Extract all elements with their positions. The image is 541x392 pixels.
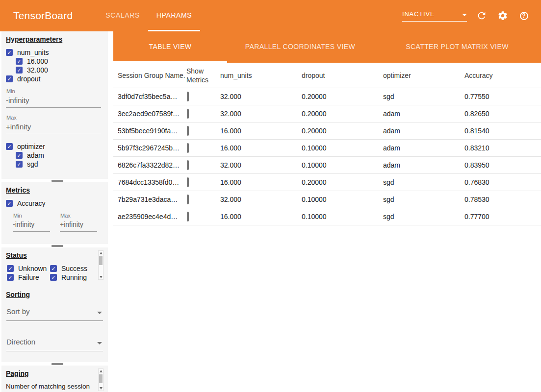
scroll-up-icon[interactable] — [99, 251, 103, 255]
pane-resize-handle[interactable] — [52, 180, 63, 182]
scroll-down-icon[interactable] — [99, 386, 103, 391]
checkbox-label: Accuracy — [17, 199, 46, 207]
reload-interval-select[interactable]: INACTIVE — [402, 10, 467, 22]
metric-min-input[interactable] — [13, 220, 50, 232]
dropout-max-input[interactable] — [6, 122, 101, 134]
hparam-optimizer-checkbox[interactable]: optimizer — [6, 142, 104, 151]
checkbox-checked-icon — [16, 152, 23, 159]
checkbox-label: optimizer — [17, 143, 45, 150]
scrollbar-thumb[interactable] — [99, 256, 103, 265]
column-header-session-group-name[interactable]: Session Group Name. — [113, 72, 186, 80]
topbar-actions: INACTIVE ? — [402, 0, 541, 31]
show-metrics-checkbox[interactable] — [187, 92, 189, 101]
accuracy-value: 0.78530 — [464, 196, 541, 203]
tab-hparams[interactable]: HPARAMS — [148, 0, 200, 31]
sorting-heading: Sorting — [6, 291, 104, 298]
hparam-num-units-value-checkbox[interactable]: 32.000 — [16, 66, 104, 74]
num-units-value: 16.000 — [220, 213, 302, 220]
paging-heading: Paging — [6, 369, 104, 377]
accuracy-value: 0.81540 — [464, 127, 541, 135]
show-metrics-checkbox[interactable] — [187, 109, 189, 119]
accuracy-value: 0.83950 — [464, 161, 541, 169]
dropout-value: 0.20000 — [302, 93, 383, 100]
checkbox-checked-icon — [16, 67, 23, 74]
session-group-name: ae235909ec4e4d… — [113, 213, 186, 220]
view-tabs: TABLE VIEW PARALLEL COORDINATES VIEW SCA… — [113, 31, 541, 63]
num-units-value: 32.000 — [220, 93, 302, 100]
scroll-down-icon[interactable] — [99, 275, 103, 279]
top-bar: TensorBoard SCALARS HPARAMS INACTIVE ? — [0, 0, 541, 31]
checkbox-checked-icon — [50, 265, 57, 272]
dropout-max-label: Max — [6, 115, 104, 121]
hparam-optimizer-value-checkbox[interactable]: sgd — [16, 160, 104, 169]
metric-accuracy-checkbox[interactable]: Accuracy — [6, 199, 104, 208]
dropout-value: 0.10000 — [302, 196, 383, 203]
direction-value: Direction — [6, 338, 35, 346]
help-icon: ? — [520, 12, 528, 20]
direction-select[interactable]: Direction — [6, 336, 103, 351]
scrollbar-track[interactable] — [99, 255, 103, 275]
help-button[interactable]: ? — [517, 9, 530, 22]
refresh-button[interactable] — [475, 9, 488, 22]
optimizer-value: adam — [383, 110, 464, 118]
accuracy-value: 0.83210 — [464, 144, 541, 152]
page-layout: Hyperparameters num_units 16.000 32.000 … — [0, 31, 541, 392]
status-scrollbar[interactable] — [98, 250, 103, 280]
status-running-checkbox[interactable]: Running — [50, 273, 104, 282]
pane-resize-handle[interactable] — [52, 245, 63, 247]
checkbox-label: dropout — [17, 75, 40, 83]
hparam-num-units-checkbox[interactable]: num_units — [6, 48, 104, 57]
metric-min-label: Min — [13, 213, 50, 219]
checkbox-checked-icon — [7, 265, 14, 272]
table-row: 7b29a731e3daca… 32.000 0.10000 sgd 0.785… — [113, 191, 541, 208]
status-success-checkbox[interactable]: Success — [50, 264, 104, 273]
chevron-down-icon — [462, 14, 467, 16]
reload-interval-value: INACTIVE — [402, 10, 435, 18]
metrics-heading: Metrics — [6, 186, 104, 194]
status-unknown-checkbox[interactable]: Unknown — [7, 264, 49, 273]
dropout-value: 0.10000 — [302, 213, 383, 220]
hparam-num-units-value-checkbox[interactable]: 16.000 — [16, 57, 104, 66]
table-row: 6826c7fa3322d82… 32.000 0.10000 adam 0.8… — [113, 157, 541, 174]
show-metrics-checkbox[interactable] — [187, 143, 189, 153]
column-header-num-units[interactable]: num_units — [220, 72, 302, 80]
dropout-min-input[interactable] — [6, 95, 101, 108]
show-metrics-checkbox[interactable] — [187, 160, 189, 170]
metric-max-input[interactable] — [60, 220, 97, 232]
scrollbar-thumb[interactable] — [99, 374, 103, 383]
hparam-optimizer-value-checkbox[interactable]: adam — [16, 151, 104, 160]
paging-pane: Paging Number of matching session groups… — [1, 366, 108, 392]
tab-table-view[interactable]: TABLE VIEW — [113, 31, 227, 63]
settings-button[interactable] — [496, 9, 509, 22]
status-failure-checkbox[interactable]: Failure — [7, 273, 49, 282]
metric-max-label: Max — [60, 213, 97, 219]
session-group-name: 53bf5bece9190fa… — [113, 127, 186, 135]
num-units-value: 16.000 — [220, 144, 302, 152]
column-header-show-metrics[interactable]: Show Metrics — [186, 67, 220, 84]
show-metrics-checkbox[interactable] — [187, 195, 189, 204]
paging-scrollbar[interactable] — [98, 368, 103, 391]
column-header-accuracy[interactable]: Accuracy — [464, 72, 541, 80]
checkbox-label: Success — [61, 265, 87, 272]
session-group-table: Session Group Name. Show Metrics num_uni… — [113, 63, 541, 225]
session-group-name: 3df0d7cf35bec5a… — [113, 93, 186, 100]
tab-scalars[interactable]: SCALARS — [97, 0, 148, 31]
scrollbar-track[interactable] — [99, 373, 103, 386]
column-header-dropout[interactable]: dropout — [302, 72, 383, 80]
optimizer-value: adam — [383, 144, 464, 152]
scroll-up-icon[interactable] — [99, 369, 103, 373]
session-group-name: 5b97f3c2967245b… — [113, 144, 186, 152]
pane-resize-handle[interactable] — [52, 363, 63, 365]
checkbox-label: 32.000 — [27, 66, 48, 74]
show-metrics-checkbox[interactable] — [187, 212, 189, 221]
metrics-pane: Metrics Accuracy Min Max — [1, 182, 108, 244]
show-metrics-checkbox[interactable] — [187, 126, 189, 136]
column-header-optimizer[interactable]: optimizer — [383, 72, 464, 80]
tab-parallel-coordinates-view[interactable]: PARALLEL COORDINATES VIEW — [227, 31, 373, 63]
hparam-dropout-checkbox[interactable]: dropout — [6, 74, 104, 83]
show-metrics-checkbox[interactable] — [187, 177, 189, 187]
pane-divider — [1, 179, 113, 182]
session-group-name: 7b29a731e3daca… — [113, 196, 186, 203]
sort-by-select[interactable]: Sort by — [6, 305, 103, 321]
tab-scatter-plot-matrix-view[interactable]: SCATTER PLOT MATRIX VIEW — [373, 31, 541, 63]
